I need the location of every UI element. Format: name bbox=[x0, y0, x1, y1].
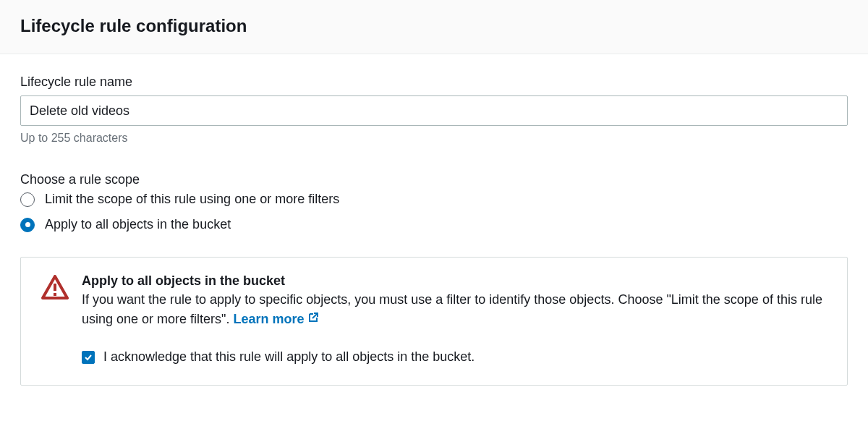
warning-title: Apply to all objects in the bucket bbox=[82, 273, 827, 289]
warning-text: If you want the rule to apply to specifi… bbox=[82, 292, 822, 326]
rule-name-label: Lifecycle rule name bbox=[20, 75, 848, 90]
acknowledge-label: I acknowledge that this rule will apply … bbox=[103, 349, 475, 365]
scope-option-all[interactable]: Apply to all objects in the bucket bbox=[20, 217, 848, 232]
radio-icon bbox=[20, 192, 35, 207]
header-bar: Lifecycle rule configuration bbox=[0, 0, 868, 54]
scope-option-label: Limit the scope of this rule using one o… bbox=[45, 192, 339, 207]
page-title: Lifecycle rule configuration bbox=[20, 16, 848, 36]
rule-name-field: Lifecycle rule name Up to 255 characters bbox=[20, 75, 848, 145]
scope-section: Choose a rule scope Limit the scope of t… bbox=[20, 172, 848, 232]
scope-option-label: Apply to all objects in the bucket bbox=[45, 217, 231, 232]
check-icon bbox=[84, 353, 93, 362]
warning-triangle-icon bbox=[41, 275, 69, 302]
learn-more-label: Learn more bbox=[234, 310, 305, 329]
scope-option-filter[interactable]: Limit the scope of this rule using one o… bbox=[20, 192, 848, 207]
rule-name-helper: Up to 255 characters bbox=[20, 132, 848, 145]
content-area: Lifecycle rule name Up to 255 characters… bbox=[0, 54, 868, 386]
rule-name-input[interactable] bbox=[20, 95, 848, 126]
acknowledge-checkbox[interactable] bbox=[82, 351, 95, 364]
svg-rect-0 bbox=[54, 284, 56, 291]
learn-more-link[interactable]: Learn more bbox=[234, 310, 319, 329]
acknowledge-row: I acknowledge that this rule will apply … bbox=[82, 349, 827, 365]
scope-label: Choose a rule scope bbox=[20, 172, 848, 187]
radio-icon bbox=[20, 218, 35, 232]
warning-box: Apply to all objects in the bucket If yo… bbox=[20, 257, 848, 386]
warning-text-content: If you want the rule to apply to specifi… bbox=[82, 292, 822, 326]
warning-body: Apply to all objects in the bucket If yo… bbox=[82, 273, 827, 365]
svg-rect-1 bbox=[54, 293, 56, 296]
external-link-icon bbox=[307, 310, 319, 329]
